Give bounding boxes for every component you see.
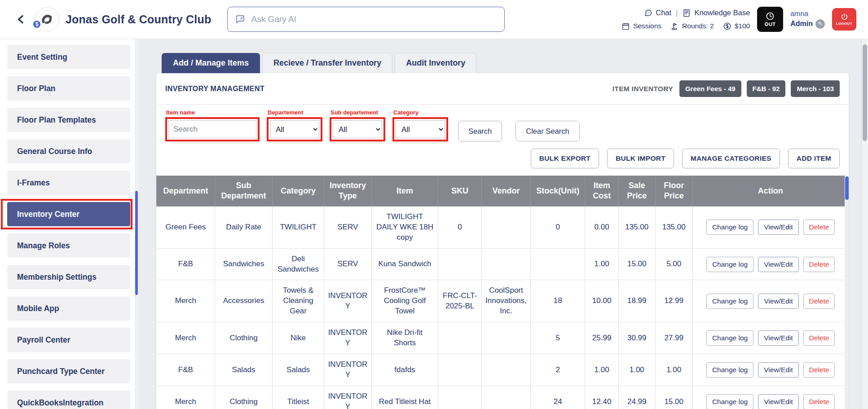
category-filter: Category All [392, 109, 448, 141]
cell-category: Titleist [272, 386, 324, 409]
cell-sku: 0 [438, 206, 482, 248]
sidebar-list: Event SettingFloor PlanFloor Plan Templa… [0, 45, 138, 409]
sidebar-item-floor-plan[interactable]: Floor Plan [7, 76, 130, 101]
sidebar-item-label: Event Setting [17, 53, 67, 62]
change-log-button[interactable]: Change log [706, 257, 753, 272]
sessions-label: Sessions [633, 22, 661, 30]
cell-inventory-type: SERV [324, 248, 371, 280]
delete-button[interactable]: Delete [803, 294, 835, 309]
delete-button[interactable]: Delete [803, 330, 835, 346]
clock-out-button[interactable]: OUT [757, 7, 783, 32]
knowledge-base-link[interactable]: Knowledge Base [682, 9, 750, 18]
cell-department: F&B [157, 354, 215, 386]
cell-floor-price: 135.00 [655, 206, 692, 248]
view-edit-button[interactable]: View/Edit [758, 362, 798, 378]
sessions-calendar-icon [621, 22, 630, 31]
inventory-badge-merch-103[interactable]: Merch - 103 [791, 80, 840, 97]
change-log-button[interactable]: Change log [706, 330, 753, 346]
manage-categories-button[interactable]: MANAGE CATEGORIES [682, 149, 780, 168]
cell-item: fdafds [371, 354, 438, 386]
department-select[interactable]: All [270, 120, 319, 138]
sidebar-item-floor-plan-templates[interactable]: Floor Plan Templates [7, 108, 130, 132]
cell-department: Merch [157, 386, 215, 409]
table-header-row: DepartmentSub DepartmentCategoryInventor… [157, 176, 849, 207]
cell-sku [438, 322, 482, 354]
table-scrollbar-thumb[interactable] [845, 176, 849, 200]
item-inventory-summary: ITEM INVENTORY Green Fees - 49F&B - 92Me… [612, 80, 840, 97]
tab-add-manage-items[interactable]: Add / Manage Items [162, 53, 260, 73]
sidebar-item-manage-roles[interactable]: Manage Roles [7, 233, 130, 258]
clock-icon [766, 12, 775, 21]
delete-button[interactable]: Delete [803, 394, 835, 409]
column-header-sale-price: Sale Price [618, 176, 655, 207]
user-info: amna Admin ✎ [790, 10, 825, 29]
change-log-button[interactable]: Change log [706, 362, 753, 378]
table-body: Green FeesDaily RateTWILIGHTSERVTWILIGHT… [157, 206, 849, 409]
add-item-button[interactable]: ADD ITEM [788, 149, 840, 168]
view-edit-button[interactable]: View/Edit [758, 220, 798, 235]
tab-audit-inventory[interactable]: Audit Inventory [395, 53, 476, 73]
sidebar-item-payroll-center[interactable]: Payroll Center [7, 328, 130, 352]
cell-item-cost: 12.40 [585, 386, 618, 409]
inventory-badge-f-b-92[interactable]: F&B - 92 [747, 80, 786, 97]
category-select[interactable]: All [396, 120, 445, 138]
ask-gary-input[interactable] [251, 14, 497, 24]
sub-department-select[interactable]: All [333, 120, 382, 138]
table-row: MerchClothingTitleistINVENTORYRed Titlei… [157, 386, 849, 409]
sessions-link[interactable]: Sessions [621, 22, 661, 31]
sidebar-item-label: Manage Roles [17, 241, 70, 251]
edit-profile-icon[interactable]: ✎ [815, 19, 825, 29]
logout-button[interactable]: LOGOUT [832, 8, 856, 31]
item-name-search-input[interactable] [168, 120, 256, 138]
cell-sub-department: Clothing [215, 322, 273, 354]
change-log-button[interactable]: Change log [706, 294, 753, 309]
change-log-button[interactable]: Change log [706, 394, 753, 409]
sidebar-item-label: Inventory Center [17, 210, 79, 219]
view-edit-button[interactable]: View/Edit [758, 394, 798, 409]
sidebar-item-quickbooksintegration[interactable]: QuickBooksIntegration [7, 391, 130, 409]
bulk-export-button[interactable]: BULK EXPORT [531, 149, 599, 168]
sub-department-label: Sub departement [330, 109, 385, 116]
inventory-card-header: INVENTORY MANAGEMENT ITEM INVENTORY Gree… [156, 73, 849, 105]
view-edit-button[interactable]: View/Edit [758, 294, 798, 309]
cell-sale-price: 30.99 [618, 322, 655, 354]
cell-category: Nike [272, 322, 324, 354]
bulk-import-button[interactable]: BULK IMPORT [607, 149, 674, 168]
inventory-badge-green-fees-49[interactable]: Green Fees - 49 [679, 80, 741, 97]
delete-button[interactable]: Delete [803, 362, 835, 378]
change-log-button[interactable]: Change log [706, 220, 753, 235]
view-edit-button[interactable]: View/Edit [758, 330, 798, 346]
sidebar-item-punchcard-type-center[interactable]: Punchcard Type Center [7, 359, 130, 383]
cell-item: Kuna Sandwich [371, 248, 438, 280]
sidebar-item-general-course-info[interactable]: General Course Info [7, 139, 130, 163]
cell-category: TWILIGHT [272, 206, 324, 248]
clear-search-button[interactable]: Clear Search [516, 121, 579, 141]
search-button[interactable]: Search [458, 121, 502, 141]
sidebar-item-i-frames[interactable]: I-Frames [7, 171, 130, 195]
links-divider: | [676, 9, 678, 17]
sidebar-scrollbar-track [135, 39, 138, 409]
chat-link[interactable]: Chat [644, 9, 671, 17]
header-links: Chat | Knowledge Base [621, 9, 750, 31]
table-row: F&BSandwichesDeli SandwichesSERVKuna San… [157, 248, 849, 280]
back-button[interactable] [13, 12, 29, 27]
sidebar-item-membership-settings[interactable]: Membership Settings [7, 265, 130, 289]
sidebar-item-inventory-center[interactable]: Inventory Center [7, 202, 130, 226]
column-header-department: Department [157, 176, 215, 207]
delete-button[interactable]: Delete [803, 220, 835, 235]
cell-department: Merch [157, 280, 215, 322]
page-scrollbar-thumb[interactable] [863, 44, 867, 141]
sidebar-item-label: General Course Info [17, 147, 92, 156]
cell-sub-department: Accessories [215, 280, 273, 322]
inventory-table: DepartmentSub DepartmentCategoryInventor… [156, 176, 849, 409]
sidebar-scrollbar-thumb[interactable] [135, 191, 138, 295]
tab-recieve-transfer-inventory[interactable]: Recieve / Transfer Inventory [262, 53, 392, 73]
column-header-sub-department: Sub Department [215, 176, 273, 207]
sidebar-item-mobile-app[interactable]: Mobile App [7, 296, 130, 321]
sidebar-item-event-setting[interactable]: Event Setting [7, 45, 130, 69]
delete-button[interactable]: Delete [803, 257, 835, 272]
cell-sub-department: Sandwiches [215, 248, 273, 280]
cell-item-cost: 1.00 [585, 248, 618, 280]
sub-department-annotation-box: All [330, 117, 385, 141]
view-edit-button[interactable]: View/Edit [758, 257, 798, 272]
